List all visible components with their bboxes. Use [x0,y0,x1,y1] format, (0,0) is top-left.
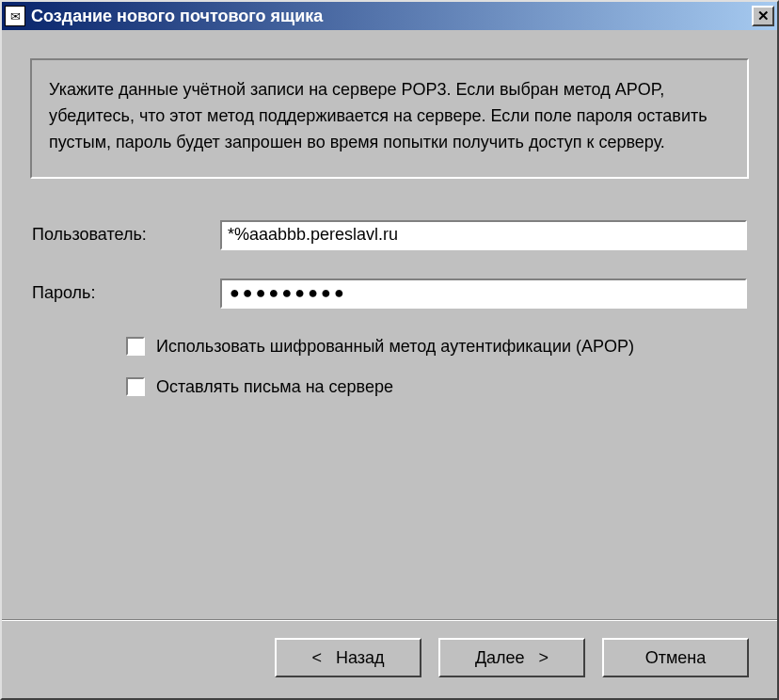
back-button[interactable]: < Назад [275,638,421,677]
password-input[interactable]: ●●●●●●●●● [220,278,747,309]
close-button[interactable]: ✕ [752,6,774,26]
info-panel: Укажите данные учётной записи на сервере… [30,58,749,179]
app-icon: ✉ [5,6,25,26]
next-button-label: Далее > [475,648,548,668]
button-separator [2,619,777,621]
titlebar: ✉ Создание нового почтового ящика ✕ [2,2,777,30]
apop-label[interactable]: Использовать шифрованный метод аутентифи… [156,337,634,357]
password-row: Пароль: ●●●●●●●●● [32,278,747,309]
leave-on-server-checkbox[interactable] [126,377,145,396]
apop-row: Использовать шифрованный метод аутентифи… [126,337,747,357]
info-text: Укажите данные учётной записи на сервере… [49,77,730,156]
leave-on-server-label[interactable]: Оставлять письма на сервере [156,377,393,397]
dialog-content: Укажите данные учётной записи на сервере… [2,30,777,619]
next-button[interactable]: Далее > [438,638,585,677]
password-label: Пароль: [32,283,220,303]
user-input[interactable] [220,220,747,250]
button-row: < Назад Далее > Отмена [2,638,777,698]
apop-checkbox[interactable] [126,337,145,356]
user-label: Пользователь: [32,225,220,245]
dialog-window: ✉ Создание нового почтового ящика ✕ Укаж… [0,0,779,700]
back-button-label: < Назад [311,648,384,668]
cancel-button-label: Отмена [645,648,707,668]
checkbox-area: Использовать шифрованный метод аутентифи… [32,337,747,397]
cancel-button[interactable]: Отмена [602,638,749,677]
window-title: Создание нового почтового ящика [31,7,752,26]
close-icon: ✕ [757,8,770,24]
form-area: Пользователь: Пароль: ●●●●●●●●● Использо… [30,220,749,418]
user-row: Пользователь: [32,220,747,250]
leave-row: Оставлять письма на сервере [126,377,747,397]
